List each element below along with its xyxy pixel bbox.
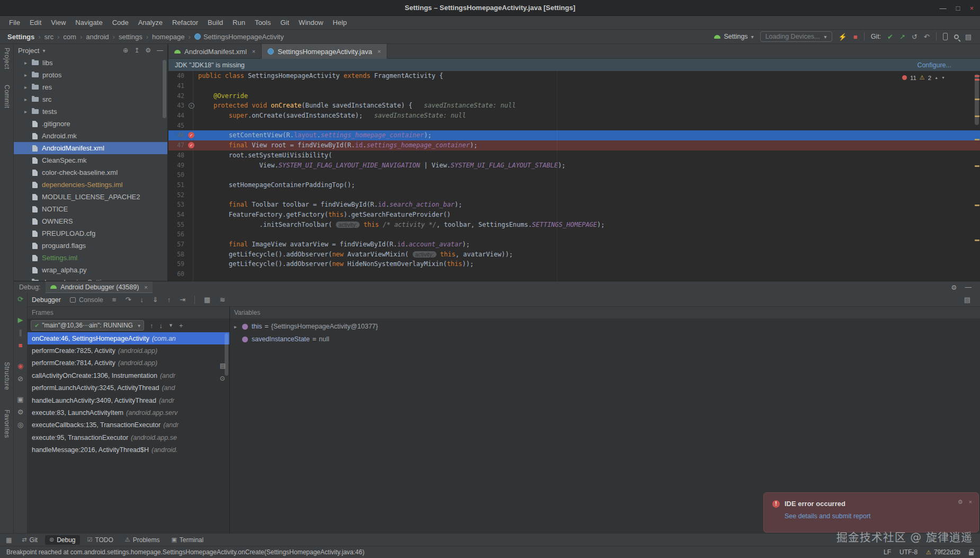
force-step-into-icon[interactable]: ⇓ — [153, 296, 158, 304]
hide-panel-icon[interactable]: — — [157, 47, 163, 54]
stripe-project[interactable]: Project — [3, 48, 11, 69]
run-to-cursor-icon[interactable]: ⇥ — [180, 296, 185, 304]
revision-widget[interactable]: ⚠ 79f22d2b — [926, 548, 960, 556]
next-issue-icon[interactable]: ▼ — [941, 76, 945, 79]
frame-row[interactable]: execute:83, LaunchActivityItem(android.a… — [28, 406, 229, 419]
close-icon[interactable]: × — [252, 48, 255, 55]
project-item-cleanspec-mk[interactable]: CleanSpec.mk — [14, 154, 167, 166]
collapse-all-icon[interactable]: ↥ — [134, 47, 139, 54]
commit-check-icon[interactable]: ✔ — [887, 33, 893, 41]
view-breakpoints-button[interactable]: ◉ — [17, 362, 23, 370]
stop-app-icon[interactable]: ■ — [853, 33, 858, 41]
readonly-lock-icon[interactable] — [969, 552, 974, 555]
inspections-widget[interactable]: 11 ⚠ 2 ▲ ▼ — [902, 74, 945, 81]
breadcrumb-item[interactable]: homepage — [152, 33, 184, 41]
project-item-res[interactable]: ▸res — [14, 81, 167, 93]
close-icon[interactable]: × — [969, 499, 972, 506]
project-view-title[interactable]: Project — [18, 47, 39, 55]
pin-button[interactable]: ◎ — [17, 421, 23, 429]
minimize-button[interactable]: — — [940, 4, 947, 12]
frame-row[interactable]: execute:95, TransactionExecutor(android.… — [28, 431, 229, 444]
variable-row[interactable]: ▸this={SettingsHomepageActivity@10377} — [230, 320, 980, 333]
editor-tab-settingshomepageactivity-java[interactable]: SettingsHomepageActivity.java× — [262, 44, 387, 59]
menu-edit[interactable]: Edit — [25, 19, 46, 26]
rollback-icon[interactable]: ↶ — [924, 33, 930, 41]
menu-analyze[interactable]: Analyze — [133, 19, 167, 26]
menu-build[interactable]: Build — [203, 19, 228, 26]
project-item--gitignore[interactable]: .gitignore — [14, 118, 167, 130]
filter-icon[interactable]: ▼ — [168, 323, 173, 328]
mute-breakpoints-button[interactable]: ⊘ — [17, 375, 23, 383]
line-separator-widget[interactable]: LF — [884, 548, 891, 556]
breakpoint-icon[interactable]: ✓ — [188, 132, 194, 138]
stack-view-icon[interactable]: ▤ — [220, 362, 226, 369]
project-item-androidmanifest-xml[interactable]: AndroidManifest.xml — [14, 142, 167, 154]
run-configuration-select[interactable]: Settings ▾ — [714, 33, 753, 40]
project-item-color-check-baseline-xml[interactable]: color-check-baseline.xml — [14, 166, 167, 179]
configure-link[interactable]: Configure... — [917, 61, 951, 69]
frame-row[interactable]: callActivityOnCreate:1306, Instrumentati… — [28, 369, 229, 382]
close-icon[interactable]: × — [377, 48, 380, 55]
gear-icon[interactable]: ⚙ — [951, 284, 957, 291]
project-item-settings-iml[interactable]: Settings.iml — [14, 252, 167, 264]
breakpoint-icon[interactable]: ✓ — [188, 142, 194, 148]
project-item-libs[interactable]: ▸libs — [14, 57, 167, 69]
step-over-icon[interactable]: ↷ — [125, 296, 131, 304]
project-item-protos[interactable]: ▸protos — [14, 69, 167, 81]
editor-scrollbar[interactable] — [973, 71, 980, 281]
view-options-icon[interactable]: ≋ — [219, 296, 225, 304]
menu-window[interactable]: Window — [294, 19, 328, 26]
thread-dump-button[interactable]: ▣ — [17, 396, 23, 403]
project-item-preupload-cfg[interactable]: PREUPLOAD.cfg — [14, 227, 167, 240]
push-icon[interactable]: ↗ — [899, 33, 905, 41]
menu-help[interactable]: Help — [328, 19, 352, 26]
project-item-tests[interactable]: ▸tests — [14, 105, 167, 118]
close-icon[interactable]: × — [144, 284, 147, 290]
gear-icon[interactable]: ⚙ — [958, 499, 963, 506]
menu-navigate[interactable]: Navigate — [70, 19, 107, 26]
error-report-link[interactable]: See details and submit report — [785, 512, 970, 520]
menu-file[interactable]: File — [4, 19, 25, 26]
project-item-notice[interactable]: NOTICE — [14, 203, 167, 215]
add-icon[interactable]: + — [179, 322, 183, 330]
stop-button[interactable]: ■ — [19, 342, 23, 349]
maximize-button[interactable]: □ — [956, 4, 960, 12]
toolwindow-button-terminal[interactable]: ▣Terminal — [167, 535, 208, 545]
search-icon[interactable] — [954, 34, 959, 39]
layout-settings-icon[interactable]: ▤ — [964, 296, 970, 304]
menu-tools[interactable]: Tools — [250, 19, 275, 26]
layout-icon[interactable]: ▤ — [965, 33, 972, 41]
frame-row[interactable]: performCreate:7825, Activity(android.app… — [28, 344, 229, 357]
frame-row[interactable]: executeCallbacks:135, TransactionExecuto… — [28, 419, 229, 431]
rerun-button[interactable]: ⟳ — [17, 296, 23, 303]
device-select[interactable]: Loading Devices... ▾ — [760, 31, 832, 42]
frame-row[interactable]: handleMessage:2016, ActivityThread$H(and… — [28, 444, 229, 456]
breadcrumb-item[interactable]: src — [44, 33, 54, 41]
stripe-favorites[interactable]: Favorites — [3, 410, 11, 438]
project-item-wrap-alpha-py[interactable]: wrap_alpha.py — [14, 264, 167, 276]
menu-refactor[interactable]: Refactor — [167, 19, 203, 26]
project-item-module-license-apache2[interactable]: MODULE_LICENSE_APACHE2 — [14, 191, 167, 203]
breadcrumb-item[interactable]: android — [86, 33, 109, 41]
gear-icon[interactable]: ⚙ — [145, 47, 151, 54]
stripe-structure[interactable]: Structure — [3, 362, 11, 390]
toolwindow-button-problems[interactable]: ⚠Problems — [121, 535, 164, 545]
menu-view[interactable]: View — [46, 19, 70, 26]
device-manager-icon[interactable] — [943, 33, 948, 40]
project-item-dependencies-settings[interactable]: ▸dependencies-Settings — [14, 276, 167, 281]
encoding-widget[interactable]: UTF-8 — [899, 548, 917, 556]
frame-row[interactable]: handleLaunchActivity:3409, ActivityThrea… — [28, 394, 229, 406]
toolwindow-switcher-icon[interactable]: ▦ — [3, 536, 14, 544]
ide-error-notification[interactable]: ! IDE error occurred See details and sub… — [763, 492, 979, 533]
menu-icon[interactable]: ≡ — [112, 296, 117, 304]
debug-settings-button[interactable]: ⚙ — [17, 409, 24, 416]
tab-console[interactable]: Console — [70, 296, 103, 304]
override-marker-icon[interactable]: ↑ — [189, 103, 194, 109]
menu-git[interactable]: Git — [275, 19, 294, 26]
toolwindow-button-debug[interactable]: ⊚Debug — [45, 535, 80, 545]
frame-row[interactable]: onCreate:46, SettingsHomepageActivity(co… — [28, 332, 229, 344]
next-frame-icon[interactable]: ↓ — [159, 322, 163, 330]
project-item-android-mk[interactable]: Android.mk — [14, 130, 167, 142]
menu-run[interactable]: Run — [228, 19, 250, 26]
code-editor[interactable]: 40public class SettingsHomepageActivity … — [168, 71, 980, 281]
